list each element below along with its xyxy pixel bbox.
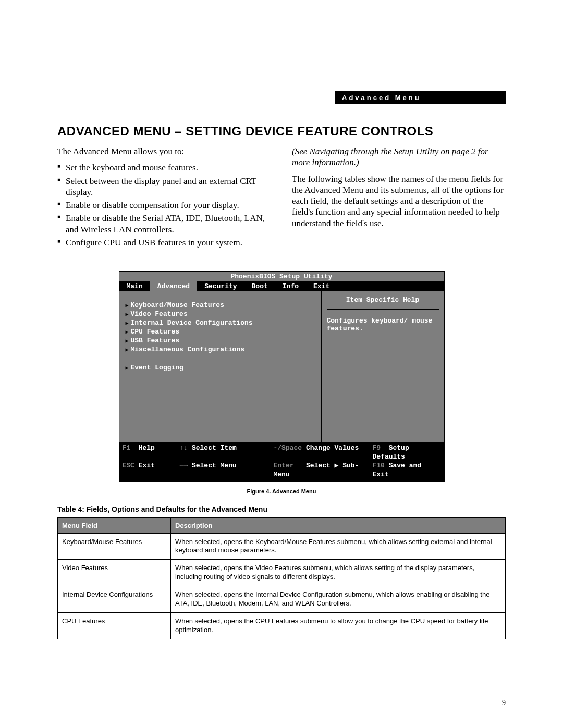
- key-label: -/Space: [274, 444, 302, 452]
- key-action: Help: [139, 444, 155, 452]
- bios-left-panel: ▶Keyboard/Mouse Features ▶Video Features…: [119, 291, 321, 442]
- bios-item-label: Video Features: [131, 310, 188, 318]
- tab-main[interactable]: Main: [119, 281, 150, 291]
- top-rule: [57, 89, 506, 89]
- section-header-bar: Advanced Menu: [335, 91, 506, 104]
- bios-menu-item[interactable]: ▶Event Logging: [126, 364, 315, 372]
- page-title: ADVANCED MENU – SETTING DEVICE FEATURE C…: [57, 124, 506, 139]
- table-caption: Table 4: Fields, Options and Defaults fo…: [57, 505, 506, 513]
- key-label: F9: [373, 444, 381, 452]
- cell-description: When selected, opens the Internal Device…: [171, 586, 506, 613]
- triangle-icon: ▶: [126, 338, 131, 344]
- key-action: Select Menu: [192, 462, 237, 470]
- bios-item-label: Internal Device Configurations: [131, 319, 253, 327]
- bios-menu-item[interactable]: ▶Miscellaneous Configurations: [126, 346, 315, 353]
- cell-description: When selected, opens the Video Features …: [171, 560, 506, 586]
- key-label: F10: [373, 462, 385, 470]
- key-action: Select Item: [192, 444, 237, 452]
- key-label: ←→: [180, 462, 188, 470]
- triangle-icon: ▶: [126, 302, 131, 309]
- key-label: Enter: [274, 462, 294, 470]
- bios-help-panel: Item Specific Help Configures keyboard/ …: [321, 291, 444, 442]
- page-number: 9: [502, 699, 506, 707]
- bios-menu-item[interactable]: ▶Video Features: [126, 310, 315, 318]
- triangle-icon: ▶: [126, 329, 131, 335]
- bios-box: PhoenixBIOS Setup Utility Main Advanced …: [119, 271, 445, 482]
- tab-advanced[interactable]: Advanced: [150, 281, 197, 291]
- col-description: Description: [171, 517, 506, 533]
- key-label: ↑↓: [180, 444, 188, 452]
- key-action: Change Values: [306, 444, 359, 452]
- key-label: ESC: [123, 462, 134, 470]
- bios-menu-item[interactable]: ▶Internal Device Configurations: [126, 319, 315, 327]
- list-item: Enable or disable the Serial ATA, IDE, B…: [57, 213, 271, 235]
- tab-boot[interactable]: Boot: [244, 281, 275, 291]
- feature-bullet-list: Set the keyboard and mouse features. Sel…: [57, 162, 271, 248]
- bios-figure: PhoenixBIOS Setup Utility Main Advanced …: [119, 271, 445, 482]
- bios-menu-item[interactable]: ▶USB Features: [126, 337, 315, 344]
- figure-caption: Figure 4. Advanced Menu: [57, 488, 506, 495]
- cell-menu-field: CPU Features: [58, 612, 171, 639]
- bios-item-label: CPU Features: [131, 328, 180, 336]
- cell-menu-field: Internal Device Configurations: [58, 586, 171, 613]
- list-item: Set the keyboard and mouse features.: [57, 162, 271, 173]
- table-row: CPU Features When selected, opens the CP…: [58, 612, 506, 639]
- two-column-intro: The Advanced Menu allows you to: Set the…: [57, 144, 506, 250]
- page: Advanced Menu ADVANCED MENU – SETTING DE…: [0, 0, 563, 728]
- table-row: Internal Device Configurations When sele…: [58, 586, 506, 613]
- tab-info[interactable]: Info: [275, 281, 306, 291]
- bios-item-label: Miscellaneous Configurations: [131, 346, 244, 353]
- cell-menu-field: Keyboard/Mouse Features: [58, 533, 171, 560]
- intro-text: The Advanced Menu allows you to:: [57, 146, 271, 157]
- bios-tab-bar: Main Advanced Security Boot Info Exit: [119, 281, 444, 291]
- bios-item-label: Keyboard/Mouse Features: [131, 301, 224, 309]
- table-header-row: Menu Field Description: [58, 517, 506, 533]
- cross-reference-note: (See Navigating through the Setup Utilit…: [292, 146, 506, 168]
- tab-exit[interactable]: Exit: [306, 281, 337, 291]
- col-menu-field: Menu Field: [58, 517, 171, 533]
- cell-menu-field: Video Features: [58, 560, 171, 586]
- bios-title-bar: PhoenixBIOS Setup Utility: [119, 272, 444, 281]
- triangle-icon: ▶: [126, 347, 131, 353]
- list-item: Enable or disable compensation for your …: [57, 200, 271, 211]
- fields-table: Menu Field Description Keyboard/Mouse Fe…: [57, 517, 506, 639]
- bios-footer-row: F1 Help ↑↓ Select Item -/Space Change Va…: [123, 444, 441, 462]
- left-column: The Advanced Menu allows you to: Set the…: [57, 144, 271, 250]
- cell-description: When selected, opens the Keyboard/Mouse …: [171, 533, 506, 560]
- bios-item-label: USB Features: [131, 337, 180, 344]
- bios-item-label: Event Logging: [131, 364, 183, 372]
- list-item: Configure CPU and USB features in your s…: [57, 237, 271, 248]
- triangle-icon: ▶: [126, 320, 131, 326]
- table-row: Keyboard/Mouse Features When selected, o…: [58, 533, 506, 560]
- bios-menu-item[interactable]: ▶Keyboard/Mouse Features: [126, 301, 315, 309]
- tab-security[interactable]: Security: [197, 281, 244, 291]
- bios-menu-item[interactable]: ▶CPU Features: [126, 328, 315, 336]
- table-row: Video Features When selected, opens the …: [58, 560, 506, 586]
- key-action: Exit: [139, 462, 155, 470]
- explanation-paragraph: The following tables show the names of t…: [292, 174, 506, 229]
- key-label: F1: [123, 444, 131, 452]
- bios-footer: F1 Help ↑↓ Select Item -/Space Change Va…: [119, 442, 444, 482]
- triangle-icon: ▶: [126, 311, 131, 317]
- bios-help-text: Configures keyboard/ mouse features.: [327, 317, 439, 332]
- bios-main-panel: ▶Keyboard/Mouse Features ▶Video Features…: [119, 291, 444, 442]
- cell-description: When selected, opens the CPU Features su…: [171, 612, 506, 639]
- bios-footer-row: ESC Exit ←→ Select Menu Enter Select ▶ S…: [123, 462, 441, 479]
- list-item: Select between the display panel and an …: [57, 176, 271, 198]
- bios-help-title: Item Specific Help: [327, 296, 439, 310]
- right-column: (See Navigating through the Setup Utilit…: [292, 144, 506, 250]
- triangle-icon: ▶: [126, 365, 131, 371]
